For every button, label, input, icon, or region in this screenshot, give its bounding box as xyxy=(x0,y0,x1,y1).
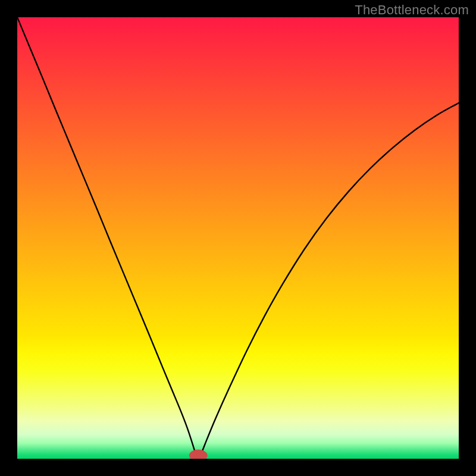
chart-background-gradient xyxy=(17,17,459,459)
watermark-text: TheBottleneck.com xyxy=(355,2,469,18)
bottleneck-chart xyxy=(17,17,459,459)
chart-frame xyxy=(17,17,459,459)
